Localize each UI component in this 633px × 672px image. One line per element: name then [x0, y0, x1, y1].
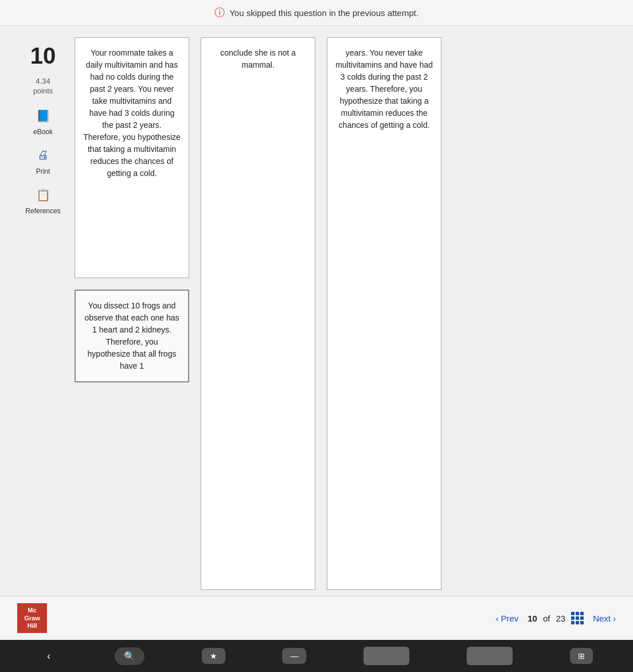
- print-icon: 🖨: [33, 145, 53, 166]
- back-arrow-icon: ‹: [47, 650, 50, 662]
- taskbar: ‹ 🔍 ★ — ⊞: [0, 640, 633, 672]
- window-icon: ⊞: [578, 651, 585, 661]
- skip-notice-text: You skipped this question in the previou…: [229, 8, 419, 18]
- dash-icon: —: [290, 651, 298, 661]
- taskbar-dash-button[interactable]: —: [282, 648, 306, 664]
- bottom-navigation: Mc Graw Hill ‹ Prev 10 of 23 Next ›: [0, 596, 633, 640]
- references-icon: 📋: [33, 185, 53, 205]
- references-tool[interactable]: 📋 References: [25, 185, 60, 215]
- points-value: 4.34: [36, 77, 50, 85]
- logo-line2: Graw: [24, 615, 40, 622]
- print-tool[interactable]: 🖨 Print: [33, 145, 53, 175]
- bottom-answer-card[interactable]: You dissect 10 frogs and observe that ea…: [75, 290, 189, 382]
- taskbar-search-area[interactable]: 🔍: [115, 647, 144, 665]
- next-button[interactable]: Next ›: [593, 614, 616, 623]
- next-chevron-icon: ›: [613, 614, 616, 623]
- grid-view-icon[interactable]: [571, 612, 584, 624]
- references-label: References: [25, 207, 60, 215]
- main-content-area: 10 4.34 points 📘 eBook 🖨 Print 📋 Referen…: [0, 26, 633, 596]
- right-card-text: years. You never take multivitamins and …: [335, 47, 433, 131]
- top-notification-bar: ⓘ You skipped this question in the previ…: [0, 0, 633, 26]
- middle-answer-card[interactable]: conclude she is not a mammal.: [201, 37, 315, 590]
- ebook-icon: 📘: [33, 106, 53, 126]
- cards-row: Your roommate takes a daily multivitamin…: [75, 37, 622, 590]
- middle-card-text: conclude she is not a mammal.: [209, 47, 307, 71]
- prev-button[interactable]: ‹ Prev: [495, 614, 518, 623]
- logo-line3: Hill: [27, 622, 37, 629]
- taskbar-spacer: [364, 647, 409, 665]
- next-label: Next: [593, 614, 611, 623]
- taskbar-spacer2: [467, 647, 513, 665]
- prev-label: Prev: [501, 614, 518, 623]
- prev-chevron-icon: ‹: [495, 614, 498, 623]
- star-icon: ★: [210, 651, 217, 661]
- content-area: Your roommate takes a daily multivitamin…: [75, 37, 622, 590]
- mcgraw-hill-logo: Mc Graw Hill: [17, 603, 47, 633]
- warning-icon: ⓘ: [214, 6, 225, 19]
- skip-notice: ⓘ You skipped this question in the previ…: [214, 6, 419, 19]
- ebook-tool[interactable]: 📘 eBook: [33, 106, 53, 136]
- taskbar-search-icon: 🔍: [124, 651, 135, 662]
- right-answer-card[interactable]: years. You never take multivitamins and …: [327, 37, 441, 590]
- question-number: 10: [30, 43, 56, 69]
- left-sidebar: 10 4.34 points 📘 eBook 🖨 Print 📋 Referen…: [11, 37, 75, 590]
- print-label: Print: [36, 167, 50, 175]
- of-label: of: [543, 614, 550, 623]
- page-indicator: 10 of 23: [528, 612, 584, 624]
- ebook-label: eBook: [33, 128, 53, 136]
- main-card-text: Your roommate takes a daily multivitamin…: [83, 47, 181, 179]
- main-answer-card[interactable]: Your roommate takes a daily multivitamin…: [75, 37, 189, 278]
- points-word: points: [33, 87, 53, 95]
- bottom-card-text: You dissect 10 frogs and observe that ea…: [84, 300, 180, 372]
- taskbar-window-button[interactable]: ⊞: [570, 648, 593, 664]
- total-pages: 23: [556, 614, 565, 623]
- taskbar-star-button[interactable]: ★: [202, 648, 225, 664]
- points-label: 4.34 points: [33, 77, 53, 96]
- current-page: 10: [528, 614, 537, 623]
- taskbar-back-button[interactable]: ‹: [40, 647, 57, 666]
- left-column: Your roommate takes a daily multivitamin…: [75, 37, 189, 590]
- logo-area: Mc Graw Hill: [17, 603, 47, 633]
- logo-line1: Mc: [28, 607, 36, 614]
